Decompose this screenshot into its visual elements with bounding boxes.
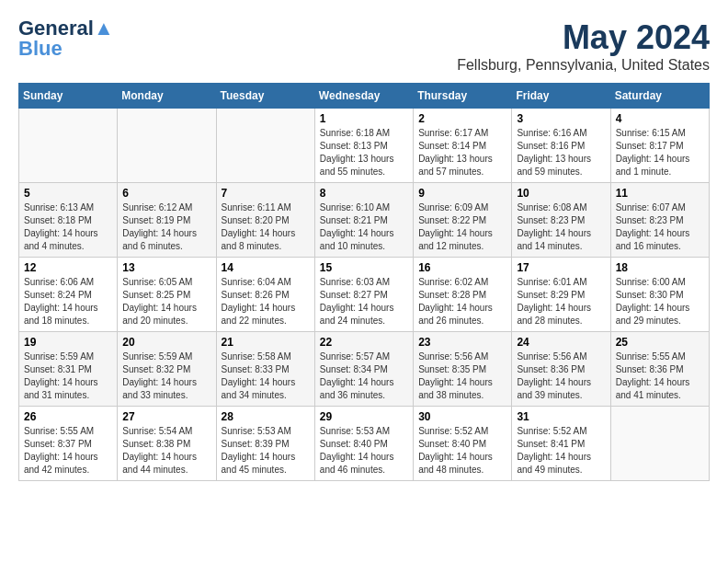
calendar-cell: 9Sunrise: 6:09 AMSunset: 8:22 PMDaylight… — [414, 183, 512, 258]
day-number: 16 — [418, 261, 506, 274]
day-number: 28 — [222, 410, 310, 423]
day-info: Sunrise: 6:05 AMSunset: 8:25 PMDaylight:… — [122, 276, 210, 327]
day-number: 4 — [616, 112, 704, 125]
calendar-cell: 7Sunrise: 6:11 AMSunset: 8:20 PMDaylight… — [216, 183, 314, 258]
day-number: 22 — [320, 336, 408, 349]
calendar-cell: 11Sunrise: 6:07 AMSunset: 8:23 PMDayligh… — [610, 183, 709, 258]
title-area: May 2024 Fellsburg, Pennsylvania, United… — [457, 18, 710, 74]
day-header-thursday: Thursday — [414, 84, 512, 109]
day-info: Sunrise: 6:00 AMSunset: 8:30 PMDaylight:… — [616, 276, 704, 327]
day-number: 8 — [320, 187, 408, 200]
day-number: 20 — [122, 336, 210, 349]
day-number: 3 — [517, 112, 605, 125]
day-info: Sunrise: 5:58 AMSunset: 8:33 PMDaylight:… — [222, 350, 310, 402]
calendar-week-2: 5Sunrise: 6:13 AMSunset: 8:18 PMDaylight… — [19, 183, 710, 258]
day-number: 21 — [222, 336, 310, 349]
calendar-cell — [19, 109, 118, 183]
calendar-cell: 13Sunrise: 6:05 AMSunset: 8:25 PMDayligh… — [118, 258, 216, 332]
calendar-cell — [118, 109, 216, 183]
calendar-cell: 12Sunrise: 6:06 AMSunset: 8:24 PMDayligh… — [19, 258, 118, 332]
header: General▲ Blue May 2024 Fellsburg, Pennsy… — [18, 18, 710, 74]
day-info: Sunrise: 6:04 AMSunset: 8:26 PMDaylight:… — [222, 276, 310, 327]
day-info: Sunrise: 5:53 AMSunset: 8:39 PMDaylight:… — [222, 425, 310, 477]
day-number: 19 — [24, 336, 112, 349]
calendar-cell: 31Sunrise: 5:52 AMSunset: 8:41 PMDayligh… — [512, 407, 610, 481]
day-info: Sunrise: 6:11 AMSunset: 8:20 PMDaylight:… — [222, 201, 310, 253]
day-info: Sunrise: 6:16 AMSunset: 8:16 PMDaylight:… — [517, 127, 605, 178]
day-number: 15 — [320, 261, 408, 274]
calendar-cell: 28Sunrise: 5:53 AMSunset: 8:39 PMDayligh… — [216, 407, 314, 481]
day-number: 6 — [122, 187, 210, 200]
day-number: 26 — [24, 410, 112, 423]
day-info: Sunrise: 5:59 AMSunset: 8:32 PMDaylight:… — [122, 350, 210, 402]
calendar-cell — [610, 407, 709, 481]
day-info: Sunrise: 6:18 AMSunset: 8:13 PMDaylight:… — [320, 127, 408, 178]
day-number: 1 — [320, 112, 408, 125]
day-header-friday: Friday — [512, 84, 610, 109]
day-number: 18 — [616, 261, 704, 274]
day-info: Sunrise: 5:59 AMSunset: 8:31 PMDaylight:… — [24, 350, 112, 402]
day-header-saturday: Saturday — [610, 84, 709, 109]
day-header-sunday: Sunday — [19, 84, 118, 109]
calendar-cell: 1Sunrise: 6:18 AMSunset: 8:13 PMDaylight… — [314, 109, 413, 183]
calendar-cell: 19Sunrise: 5:59 AMSunset: 8:31 PMDayligh… — [19, 332, 118, 407]
logo: General▲ Blue — [18, 18, 114, 59]
month-title: May 2024 — [457, 18, 710, 57]
day-number: 24 — [517, 336, 605, 349]
calendar-cell: 24Sunrise: 5:56 AMSunset: 8:36 PMDayligh… — [512, 332, 610, 407]
day-number: 25 — [616, 336, 704, 349]
calendar-cell: 25Sunrise: 5:55 AMSunset: 8:36 PMDayligh… — [610, 332, 709, 407]
day-info: Sunrise: 6:03 AMSunset: 8:27 PMDaylight:… — [320, 276, 408, 327]
day-number: 9 — [418, 187, 506, 200]
day-number: 27 — [122, 410, 210, 423]
calendar-table: SundayMondayTuesdayWednesdayThursdayFrid… — [18, 83, 710, 481]
calendar-week-5: 26Sunrise: 5:55 AMSunset: 8:37 PMDayligh… — [19, 407, 710, 481]
day-number: 2 — [418, 112, 506, 125]
calendar-week-4: 19Sunrise: 5:59 AMSunset: 8:31 PMDayligh… — [19, 332, 710, 407]
calendar-cell: 2Sunrise: 6:17 AMSunset: 8:14 PMDaylight… — [414, 109, 512, 183]
day-info: Sunrise: 5:54 AMSunset: 8:38 PMDaylight:… — [122, 425, 210, 477]
calendar-week-3: 12Sunrise: 6:06 AMSunset: 8:24 PMDayligh… — [19, 258, 710, 332]
day-info: Sunrise: 6:01 AMSunset: 8:29 PMDaylight:… — [517, 276, 605, 327]
day-header-wednesday: Wednesday — [314, 84, 413, 109]
logo-text: General▲ — [18, 18, 114, 39]
day-number: 7 — [222, 187, 310, 200]
day-number: 13 — [122, 261, 210, 274]
day-number: 5 — [24, 187, 112, 200]
day-info: Sunrise: 5:52 AMSunset: 8:41 PMDaylight:… — [517, 425, 605, 477]
calendar-cell: 4Sunrise: 6:15 AMSunset: 8:17 PMDaylight… — [610, 109, 709, 183]
day-header-monday: Monday — [118, 84, 216, 109]
day-info: Sunrise: 6:12 AMSunset: 8:19 PMDaylight:… — [122, 201, 210, 253]
day-number: 17 — [517, 261, 605, 274]
day-number: 30 — [418, 410, 506, 423]
logo-blue: Blue — [18, 39, 63, 59]
calendar-cell: 18Sunrise: 6:00 AMSunset: 8:30 PMDayligh… — [610, 258, 709, 332]
day-number: 29 — [320, 410, 408, 423]
day-info: Sunrise: 5:56 AMSunset: 8:35 PMDaylight:… — [418, 350, 506, 402]
calendar-cell: 6Sunrise: 6:12 AMSunset: 8:19 PMDaylight… — [118, 183, 216, 258]
calendar-cell: 29Sunrise: 5:53 AMSunset: 8:40 PMDayligh… — [314, 407, 413, 481]
day-header-tuesday: Tuesday — [216, 84, 314, 109]
calendar-header-row: SundayMondayTuesdayWednesdayThursdayFrid… — [19, 84, 710, 109]
calendar-cell: 30Sunrise: 5:52 AMSunset: 8:40 PMDayligh… — [414, 407, 512, 481]
calendar-cell — [216, 109, 314, 183]
day-info: Sunrise: 6:07 AMSunset: 8:23 PMDaylight:… — [616, 201, 704, 253]
day-number: 31 — [517, 410, 605, 423]
day-info: Sunrise: 5:57 AMSunset: 8:34 PMDaylight:… — [320, 350, 408, 402]
location-title: Fellsburg, Pennsylvania, United States — [457, 57, 710, 74]
day-info: Sunrise: 5:53 AMSunset: 8:40 PMDaylight:… — [320, 425, 408, 477]
day-number: 14 — [222, 261, 310, 274]
calendar-cell: 5Sunrise: 6:13 AMSunset: 8:18 PMDaylight… — [19, 183, 118, 258]
day-number: 11 — [616, 187, 704, 200]
calendar-cell: 17Sunrise: 6:01 AMSunset: 8:29 PMDayligh… — [512, 258, 610, 332]
day-info: Sunrise: 6:06 AMSunset: 8:24 PMDaylight:… — [24, 276, 112, 327]
calendar-week-1: 1Sunrise: 6:18 AMSunset: 8:13 PMDaylight… — [19, 109, 710, 183]
day-info: Sunrise: 6:10 AMSunset: 8:21 PMDaylight:… — [320, 201, 408, 253]
calendar-cell: 8Sunrise: 6:10 AMSunset: 8:21 PMDaylight… — [314, 183, 413, 258]
day-info: Sunrise: 6:02 AMSunset: 8:28 PMDaylight:… — [418, 276, 506, 327]
day-info: Sunrise: 5:55 AMSunset: 8:36 PMDaylight:… — [616, 350, 704, 402]
calendar-cell: 14Sunrise: 6:04 AMSunset: 8:26 PMDayligh… — [216, 258, 314, 332]
day-info: Sunrise: 6:13 AMSunset: 8:18 PMDaylight:… — [24, 201, 112, 253]
day-number: 10 — [517, 187, 605, 200]
calendar-cell: 3Sunrise: 6:16 AMSunset: 8:16 PMDaylight… — [512, 109, 610, 183]
